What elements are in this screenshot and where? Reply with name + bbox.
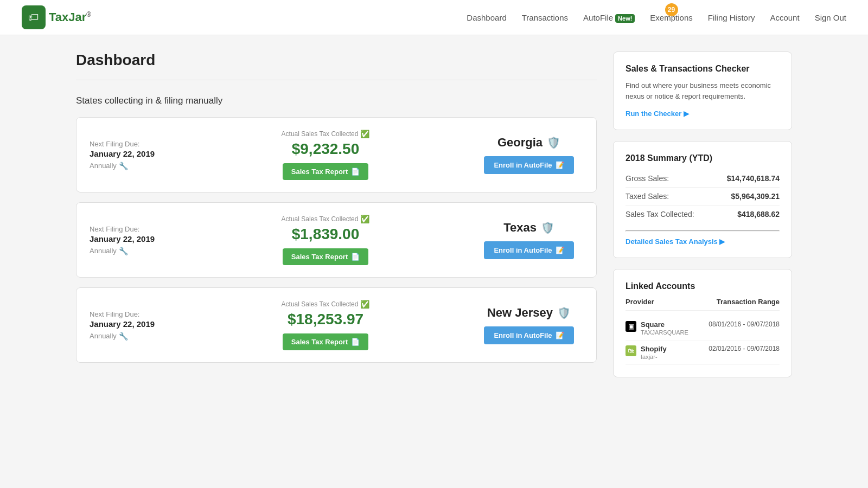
summary-rows: Gross Sales: $14,740,618.74 Taxed Sales:…: [626, 170, 780, 223]
account-range: 02/01/2016 - 09/07/2018: [709, 345, 780, 352]
card-state: New Jersey 🛡️ Enroll in AutoFile 📝: [475, 306, 583, 344]
filing-label: Next Filing Due:: [90, 310, 176, 318]
card-filing: Next Filing Due: January 22, 2019 Annual…: [90, 310, 176, 341]
linked-accounts-title: Linked Accounts: [626, 281, 780, 291]
state-cards-list: Next Filing Due: January 22, 2019 Annual…: [76, 117, 597, 363]
enroll-autofile-button[interactable]: Enroll in AutoFile 📝: [484, 326, 573, 344]
nav-item-autofile[interactable]: AutoFileNew!: [583, 13, 635, 22]
account-details: Shopify taxjar-: [641, 345, 667, 360]
main-content: Dashboard States collecting in & filing …: [76, 52, 597, 388]
tax-amount: $1,839.00: [187, 226, 464, 243]
tax-label: Actual Sales Tax Collected ✅: [187, 130, 464, 138]
linked-accounts-panel: Linked Accounts Provider Transaction Ran…: [613, 269, 792, 377]
detailed-analysis-link[interactable]: Detailed Sales Tax Analysis ▶: [626, 237, 725, 246]
sidebar: Sales & Transactions Checker Find out wh…: [613, 52, 792, 388]
nav-item-dashboard[interactable]: Dashboard: [467, 13, 506, 22]
sales-tax-report-button[interactable]: Sales Tax Report 📄: [283, 163, 369, 180]
state-card: Next Filing Due: January 22, 2019 Annual…: [76, 287, 597, 363]
summary-label: Gross Sales:: [626, 174, 669, 183]
filing-freq: Annually 🔧: [90, 332, 176, 341]
tax-label: Actual Sales Tax Collected ✅: [187, 215, 464, 223]
header: 🏷 TaxJar® DashboardTransactionsAutoFileN…: [0, 0, 868, 35]
account-info: 🛍 Shopify taxjar-: [626, 345, 667, 360]
sales-tax-report-button[interactable]: Sales Tax Report 📄: [283, 248, 369, 265]
page-title: Dashboard: [76, 52, 597, 69]
wrench-icon: 🔧: [119, 332, 128, 341]
account-row: 🛍 Shopify taxjar- 02/01/2016 - 09/07/201…: [626, 341, 780, 365]
nav-link-account[interactable]: Account: [770, 13, 799, 22]
wrench-icon: 🔧: [119, 162, 128, 170]
wrench-icon: 🔧: [119, 247, 128, 255]
nav-item-transactions[interactable]: Transactions: [522, 13, 568, 22]
summary-panel: 2018 Summary (YTD) Gross Sales: $14,740,…: [613, 141, 792, 258]
nav-link-filing-history[interactable]: Filing History: [708, 13, 755, 22]
logo-text: TaxJar®: [49, 10, 91, 24]
accounts-header: Provider Transaction Range: [626, 298, 780, 311]
summary-value: $418,688.62: [737, 210, 780, 219]
nav-item-account[interactable]: Account: [770, 13, 799, 22]
state-shield-icon: 🛡️: [557, 306, 571, 319]
enroll-icon: 📝: [556, 331, 564, 339]
filing-date: January 22, 2019: [90, 319, 176, 329]
nav-link-autofile[interactable]: AutoFileNew!: [583, 13, 635, 22]
col-range: Transaction Range: [717, 298, 780, 306]
account-sub: taxjar-: [641, 354, 667, 360]
nav-link-dashboard[interactable]: Dashboard: [467, 13, 506, 22]
checker-panel-desc: Find out where your business meets econo…: [626, 80, 780, 101]
state-name: New Jersey 🛡️: [475, 306, 583, 320]
page-content: Dashboard States collecting in & filing …: [54, 35, 814, 404]
filing-freq: Annually 🔧: [90, 247, 176, 255]
logo: 🏷 TaxJar®: [22, 5, 91, 29]
filing-freq: Annually 🔧: [90, 162, 176, 170]
card-tax: Actual Sales Tax Collected ✅ $9,232.50 S…: [187, 130, 464, 180]
state-card: Next Filing Due: January 22, 2019 Annual…: [76, 202, 597, 278]
nav-item-exemptions[interactable]: 29Exemptions: [650, 13, 692, 22]
run-checker-link[interactable]: Run the Checker ▶: [626, 110, 689, 118]
enroll-autofile-button[interactable]: Enroll in AutoFile 📝: [484, 241, 573, 259]
card-filing: Next Filing Due: January 22, 2019 Annual…: [90, 140, 176, 170]
enroll-autofile-button[interactable]: Enroll in AutoFile 📝: [484, 156, 573, 174]
report-icon: 📄: [351, 168, 360, 176]
card-tax: Actual Sales Tax Collected ✅ $18,253.97 …: [187, 300, 464, 350]
summary-label: Sales Tax Collected:: [626, 210, 694, 219]
account-details: Square TAXJARSQUARE: [641, 320, 688, 336]
new-badge: New!: [615, 14, 635, 23]
report-icon: 📄: [351, 253, 360, 261]
nav-item-filing-history[interactable]: Filing History: [708, 13, 755, 22]
checker-panel-title: Sales & Transactions Checker: [626, 64, 780, 74]
state-name: Texas 🛡️: [475, 221, 583, 235]
summary-row: Gross Sales: $14,740,618.74: [626, 170, 780, 188]
filing-date: January 22, 2019: [90, 149, 176, 158]
nav-item-sign-out[interactable]: Sign Out: [815, 13, 846, 22]
account-range: 08/01/2016 - 09/07/2018: [709, 320, 780, 328]
divider: [76, 80, 597, 80]
enroll-icon: 📝: [556, 246, 564, 254]
tax-label: Actual Sales Tax Collected ✅: [187, 300, 464, 309]
account-row: ▣ Square TAXJARSQUARE 08/01/2016 - 09/07…: [626, 316, 780, 341]
card-state: Texas 🛡️ Enroll in AutoFile 📝: [475, 221, 583, 259]
nav-link-transactions[interactable]: Transactions: [522, 13, 568, 22]
accounts-list: ▣ Square TAXJARSQUARE 08/01/2016 - 09/07…: [626, 316, 780, 365]
nav-link-sign-out[interactable]: Sign Out: [815, 13, 846, 22]
account-info: ▣ Square TAXJARSQUARE: [626, 320, 688, 336]
notification-badge: 29: [665, 3, 678, 16]
check-circle-icon: ✅: [360, 300, 369, 309]
sales-tax-report-button[interactable]: Sales Tax Report 📄: [283, 333, 369, 350]
section-heading: States collecting in & filing manually: [76, 95, 597, 106]
col-provider: Provider: [626, 298, 654, 306]
summary-label: Taxed Sales:: [626, 192, 669, 201]
state-shield-icon: 🛡️: [547, 136, 560, 149]
filing-label: Next Filing Due:: [90, 140, 176, 148]
filing-label: Next Filing Due:: [90, 225, 176, 233]
summary-value: $14,740,618.74: [727, 174, 780, 183]
square-icon: ▣: [626, 321, 636, 332]
main-nav: DashboardTransactionsAutoFileNew!29Exemp…: [467, 13, 846, 22]
shopify-icon: 🛍: [626, 345, 636, 356]
enroll-icon: 📝: [556, 161, 564, 169]
summary-divider: [626, 230, 780, 232]
check-circle-icon: ✅: [360, 130, 369, 138]
summary-row: Sales Tax Collected: $418,688.62: [626, 206, 780, 223]
summary-row: Taxed Sales: $5,964,309.21: [626, 188, 780, 206]
state-shield-icon: 🛡️: [541, 221, 554, 234]
state-card: Next Filing Due: January 22, 2019 Annual…: [76, 117, 597, 192]
